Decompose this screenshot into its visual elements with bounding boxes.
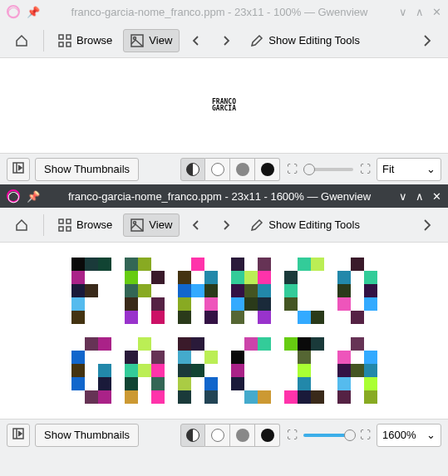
bg-auto-button[interactable] — [180, 424, 205, 447]
zoom-value: 1600% — [382, 429, 416, 441]
view-label: View — [149, 218, 172, 231]
minimize-icon[interactable]: ∨ — [399, 6, 407, 18]
svg-rect-3 — [66, 42, 71, 47]
chevron-right-large-icon — [421, 34, 434, 47]
home-icon — [14, 218, 29, 233]
browse-label: Browse — [76, 34, 112, 47]
bg-black-button[interactable] — [255, 424, 280, 447]
editing-label: Show Editing Tools — [268, 34, 360, 47]
sidebar-icon — [12, 162, 24, 176]
overflow-button[interactable] — [413, 213, 441, 237]
chevron-right-large-icon — [421, 218, 434, 232]
pencil-icon — [250, 218, 263, 232]
half-circle-icon — [186, 163, 199, 176]
zoom-slider[interactable] — [303, 168, 353, 171]
gray-circle-icon — [236, 163, 249, 176]
image-canvas[interactable] — [0, 243, 448, 419]
zoom-slider[interactable] — [303, 434, 353, 437]
close-icon[interactable]: ✕ — [432, 190, 441, 203]
zoom-value: Fit — [382, 163, 394, 175]
main-toolbar: Browse View Show Editing Tools — [0, 23, 448, 58]
chevron-right-icon — [220, 35, 232, 47]
zoom-select[interactable]: 1600% ⌄ — [377, 424, 441, 447]
next-button[interactable] — [213, 30, 239, 52]
view-button[interactable]: View — [123, 29, 180, 52]
editing-tools-button[interactable]: Show Editing Tools — [243, 29, 367, 52]
home-icon — [14, 33, 29, 48]
thumbnails-label: Show Thumbnails — [44, 429, 130, 441]
home-button[interactable] — [7, 213, 37, 238]
app-icon: ◯ — [7, 189, 20, 203]
thumbnails-button[interactable]: Show Thumbnails — [35, 424, 139, 447]
titlebar: ◯ 📌 franco-garcia-nome_franco.ppm - 23x1… — [0, 184, 448, 208]
pencil-icon — [250, 34, 263, 47]
home-button[interactable] — [7, 28, 37, 53]
svg-rect-2 — [59, 42, 63, 47]
browse-button[interactable]: Browse — [51, 29, 120, 52]
bottom-toolbar: Show Thumbnails ⛶ ⛶ Fit ⌄ — [0, 153, 448, 184]
bg-auto-button[interactable] — [180, 158, 205, 181]
pixel-art — [71, 258, 377, 404]
bg-gray-button[interactable] — [230, 424, 255, 447]
view-label: View — [149, 34, 172, 47]
separator — [43, 214, 44, 236]
sidebar-toggle-button[interactable] — [7, 158, 30, 181]
background-color-group — [180, 424, 280, 447]
main-toolbar: Browse View Show Editing Tools — [0, 208, 448, 243]
maximize-icon[interactable]: ∧ — [416, 6, 424, 18]
app-icon: ◯ — [7, 5, 20, 18]
grid-icon — [58, 34, 71, 47]
fit-width-icon[interactable]: ⛶ — [285, 163, 298, 176]
chevron-right-icon — [220, 219, 232, 231]
sidebar-icon — [12, 428, 24, 442]
overflow-button[interactable] — [413, 29, 441, 52]
bg-white-button[interactable] — [205, 158, 230, 181]
fullscreen-icon[interactable]: ⛶ — [358, 429, 372, 442]
chevron-left-icon — [190, 35, 202, 47]
sidebar-toggle-button[interactable] — [7, 424, 30, 447]
canvas-text: GARCIA — [212, 106, 236, 112]
image-icon — [130, 34, 144, 47]
separator — [43, 30, 44, 52]
maximize-icon[interactable]: ∧ — [416, 190, 424, 203]
bg-white-button[interactable] — [205, 424, 230, 447]
svg-rect-1 — [66, 35, 71, 39]
image-icon — [130, 218, 144, 232]
pin-icon[interactable]: 📌 — [27, 6, 40, 18]
fit-width-icon[interactable]: ⛶ — [285, 429, 298, 442]
bg-gray-button[interactable] — [230, 158, 255, 181]
prev-button[interactable] — [183, 214, 209, 236]
gray-circle-icon — [236, 429, 249, 442]
window-title: franco-garcia-nome_franco.ppm - 23x11 - … — [47, 6, 392, 18]
white-circle-icon — [211, 429, 224, 442]
chevron-down-icon: ⌄ — [426, 163, 436, 175]
minimize-icon[interactable]: ∨ — [399, 190, 407, 203]
browse-button[interactable]: Browse — [51, 213, 120, 237]
next-button[interactable] — [213, 214, 239, 236]
window-title: franco-garcia-nome_franco.ppm - 23x11 - … — [47, 190, 392, 203]
fulscreen-icon[interactable]: ⛶ — [358, 163, 372, 176]
thumbnails-button[interactable]: Show Thumbnails — [35, 158, 139, 181]
grid-icon — [58, 218, 71, 232]
view-button[interactable]: View — [123, 213, 180, 237]
titlebar: ◯ 📌 franco-garcia-nome_franco.ppm - 23x1… — [0, 0, 448, 23]
close-icon[interactable]: ✕ — [432, 6, 441, 18]
svg-rect-10 — [59, 227, 63, 231]
editing-tools-button[interactable]: Show Editing Tools — [243, 213, 367, 237]
pin-icon[interactable]: 📌 — [27, 190, 40, 203]
background-color-group — [180, 158, 280, 181]
browse-label: Browse — [76, 218, 112, 231]
svg-rect-9 — [66, 219, 71, 223]
zoom-select[interactable]: Fit ⌄ — [377, 158, 441, 181]
image-canvas[interactable]: FRANCO GARCIA — [0, 58, 448, 153]
half-circle-icon — [186, 429, 199, 442]
black-circle-icon — [261, 429, 274, 442]
svg-rect-11 — [66, 227, 71, 231]
editing-label: Show Editing Tools — [268, 218, 360, 231]
chevron-down-icon: ⌄ — [426, 429, 436, 441]
svg-rect-0 — [59, 35, 63, 39]
thumbnails-label: Show Thumbnails — [44, 163, 130, 175]
svg-rect-8 — [59, 219, 63, 223]
prev-button[interactable] — [183, 30, 209, 52]
bg-black-button[interactable] — [255, 158, 280, 181]
